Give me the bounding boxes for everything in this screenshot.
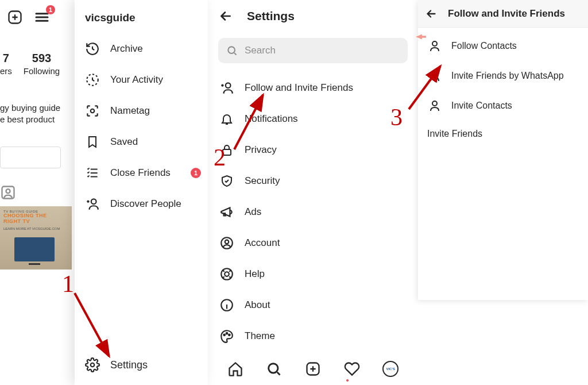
settings-item-notifications[interactable]: Notifications (209, 103, 417, 134)
drawer-item-label: Discover People (110, 198, 181, 210)
profile-drawer: vicsguide Archive Your Activity Nametag … (75, 0, 208, 385)
drawer-username: vicsguide (75, 0, 208, 33)
activity-heart-icon[interactable] (344, 361, 360, 377)
stat-label: Following (24, 66, 60, 76)
settings-panel: Settings Search Follow and Invite Friend… (209, 0, 417, 385)
drawer-item-archive[interactable]: Archive (75, 33, 208, 64)
menu-badge: 1 (46, 5, 55, 14)
megaphone-icon (219, 205, 234, 220)
add-user-icon (219, 80, 234, 95)
settings-header: Settings (209, 0, 417, 32)
person-icon (427, 69, 442, 83)
profile-avatar[interactable]: VIC'S (382, 361, 399, 377)
stat-value: 593 (24, 52, 60, 65)
svg-point-5 (91, 199, 96, 204)
svg-point-18 (269, 364, 278, 373)
bookmark-icon (85, 134, 100, 149)
notification-dot (346, 379, 349, 382)
settings-item-about[interactable]: About (209, 290, 417, 321)
settings-item-label: Account (245, 237, 280, 249)
bell-icon (219, 111, 234, 126)
stats-row: 7 ers 593 Following (0, 34, 74, 76)
pointer-arrow-icon (416, 33, 426, 40)
shield-icon (219, 174, 234, 188)
person-icon (427, 39, 442, 53)
back-button[interactable] (218, 9, 233, 24)
drawer-settings-label: Settings (110, 359, 148, 371)
svg-point-15 (223, 334, 225, 336)
follow-invite-title: Follow and Invite Friends (448, 8, 565, 20)
svg-point-17 (229, 334, 230, 336)
search-placeholder: Search (245, 45, 276, 56)
follow-invite-item-label: Follow Contacts (451, 41, 517, 51)
drawer-item-saved[interactable]: Saved (75, 126, 208, 157)
stat-label: ers (0, 66, 12, 76)
drawer-item-discover[interactable]: Discover People (75, 188, 208, 220)
invite-contacts-item[interactable]: Invite Contacts (418, 91, 588, 121)
settings-item-help[interactable]: Help (209, 259, 417, 290)
settings-item-label: Privacy (245, 144, 277, 156)
history-icon (85, 41, 100, 56)
settings-item-account[interactable]: Account (209, 228, 417, 259)
new-post-button[interactable] (7, 9, 23, 25)
follow-invite-panel: Follow and Invite Friends Follow Contact… (418, 0, 588, 300)
drawer-item-close-friends[interactable]: Close Friends 1 (75, 157, 208, 188)
drawer-item-label: Archive (110, 43, 143, 55)
search-icon[interactable] (266, 361, 282, 377)
settings-item-theme[interactable]: Theme (209, 321, 417, 352)
settings-item-label: Help (245, 268, 265, 280)
back-button[interactable] (425, 7, 438, 20)
drawer-item-nametag[interactable]: Nametag (75, 95, 208, 126)
follow-invite-list: Follow Contacts Invite Friends by WhatsA… (418, 28, 588, 151)
follow-contacts-item[interactable]: Follow Contacts (418, 31, 588, 61)
settings-item-privacy[interactable]: Privacy (209, 134, 417, 165)
settings-item-ads[interactable]: Ads (209, 197, 417, 228)
new-post-icon[interactable] (305, 361, 321, 377)
follow-invite-item-label: Invite Contacts (451, 101, 512, 111)
drawer-item-activity[interactable]: Your Activity (75, 64, 208, 95)
profile-left-strip: 7 ers 593 Following gy buying guide e be… (0, 34, 75, 385)
activity-icon (85, 72, 100, 87)
svg-point-16 (226, 333, 228, 334)
edit-profile-button[interactable] (0, 147, 61, 168)
invite-whatsapp-item[interactable]: Invite Friends by WhatsApp (418, 61, 588, 91)
profile-panel: 1 7 ers 593 Following gy buying guide e … (0, 0, 208, 385)
settings-item-label: Follow and Invite Friends (245, 82, 353, 94)
drawer-settings-button[interactable]: Settings (75, 349, 208, 380)
drawer-item-label: Close Friends (110, 167, 171, 179)
settings-item-security[interactable]: Security (209, 165, 417, 197)
settings-search[interactable]: Search (218, 38, 408, 63)
stat-followers[interactable]: 7 ers (0, 52, 12, 76)
search-icon (226, 45, 238, 56)
settings-item-label: Ads (245, 206, 261, 218)
list-icon (85, 165, 100, 180)
svg-rect-9 (223, 149, 231, 155)
lock-icon (219, 143, 234, 157)
account-icon (219, 236, 234, 251)
drawer-item-label: Saved (110, 136, 138, 148)
drawer-item-label: Nametag (110, 105, 150, 117)
svg-point-13 (225, 272, 229, 276)
invite-friends-item[interactable]: Invite Friends (418, 121, 588, 147)
settings-item-follow-invite[interactable]: Follow and Invite Friends (209, 72, 417, 103)
settings-list: Follow and Invite Friends Notifications … (209, 68, 417, 356)
svg-point-11 (225, 240, 229, 244)
home-icon[interactable] (227, 361, 243, 377)
stat-following[interactable]: 593 Following (24, 52, 60, 76)
tagged-tab-icon[interactable] (0, 184, 74, 201)
menu-button[interactable]: 1 (33, 9, 51, 26)
bio-line: gy buying guide (0, 102, 74, 114)
post-thumbnail[interactable]: TV BUYING GUIDE CHOOSING THE RIGHT TV LE… (0, 206, 72, 270)
theme-icon (219, 329, 234, 344)
settings-item-label: Notifications (245, 113, 298, 125)
settings-item-label: Security (245, 175, 280, 187)
help-icon (219, 267, 234, 282)
nametag-icon (85, 103, 100, 118)
svg-point-4 (91, 109, 95, 113)
gear-icon (85, 357, 100, 372)
bio-line: e best product (0, 114, 74, 125)
svg-point-7 (228, 47, 235, 53)
thumbnail-overlay: TV BUYING GUIDE CHOOSING THE RIGHT TV LE… (3, 210, 60, 231)
settings-bottom-nav: VIC'S (209, 353, 417, 385)
svg-point-21 (432, 71, 437, 76)
